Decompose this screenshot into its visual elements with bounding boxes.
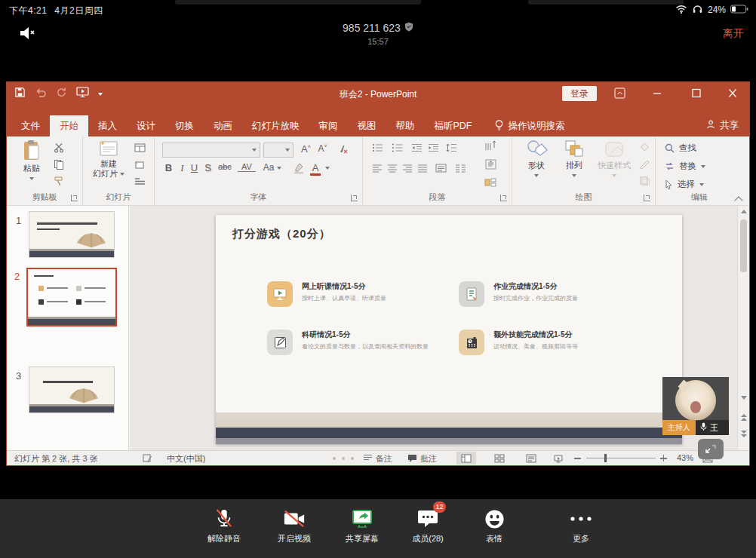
line-spacing-icon[interactable] <box>444 141 458 155</box>
align-text-icon[interactable] <box>484 158 497 171</box>
save-icon[interactable] <box>14 87 26 101</box>
italic-button[interactable]: I <box>176 162 189 174</box>
align-center-icon[interactable] <box>386 161 399 175</box>
character-spacing-button[interactable]: AV <box>238 162 256 172</box>
layout-icon[interactable] <box>133 141 146 155</box>
scrollbar-thumb[interactable] <box>740 219 747 272</box>
collapse-ribbon-icon[interactable] <box>736 196 743 201</box>
notes-label[interactable]: 备注 <box>376 453 392 464</box>
meeting-id-block[interactable]: 985 211 623 15:57 <box>0 21 756 46</box>
undo-icon[interactable] <box>35 87 47 101</box>
ppt-titlebar[interactable]: 班会2 - PowerPoint 登录 <box>7 82 749 105</box>
slide-thumbnail-3[interactable] <box>29 367 114 412</box>
tab-view[interactable]: 视图 <box>348 115 386 136</box>
close-icon[interactable] <box>727 87 739 100</box>
customize-qat-chevron-icon[interactable] <box>98 93 103 96</box>
text-shadow-button[interactable]: S <box>201 162 214 173</box>
select-button[interactable]: 选择 <box>665 179 704 190</box>
next-slide-icon[interactable] <box>741 431 747 438</box>
slide-thumbnail-1[interactable] <box>29 212 114 257</box>
clear-formatting-icon[interactable] <box>336 143 349 156</box>
columns-icon[interactable] <box>453 161 467 175</box>
tab-help[interactable]: 帮助 <box>386 115 425 136</box>
tab-file[interactable]: 文件 <box>11 115 50 136</box>
text-direction-icon[interactable] <box>484 140 497 153</box>
align-right-icon[interactable] <box>401 161 414 175</box>
format-painter-icon[interactable] <box>52 174 66 188</box>
zoom-slider-track[interactable] <box>586 458 656 458</box>
tab-foxit-pdf[interactable]: 福昕PDF <box>425 115 482 136</box>
share-button[interactable]: 共享 <box>705 119 739 132</box>
collapse-video-button[interactable] <box>698 439 724 459</box>
reset-slide-icon[interactable] <box>133 158 146 171</box>
more-button[interactable]: 更多 <box>549 507 613 544</box>
tab-transitions[interactable]: 切换 <box>165 115 204 136</box>
arrange-button[interactable]: 排列 <box>558 140 591 179</box>
normal-view-button[interactable] <box>456 452 476 464</box>
justify-icon[interactable] <box>416 161 429 175</box>
emoji-button[interactable]: 表情 <box>463 507 526 544</box>
participant-video-tile[interactable]: 主持人 王 <box>662 377 729 435</box>
tab-animations[interactable]: 动画 <box>204 115 242 136</box>
current-slide[interactable]: 打分游戏（20分） 网上听课情况1-5分 按时上课、认真早读、听课质量 <box>216 215 682 444</box>
zoom-out-icon[interactable] <box>574 458 581 459</box>
font-dialog-launcher-icon[interactable] <box>351 195 358 201</box>
decrease-indent-icon[interactable] <box>410 141 423 155</box>
change-case-button[interactable]: Aa <box>260 162 277 173</box>
tab-slideshow[interactable]: 幻灯片放映 <box>242 115 309 136</box>
new-slide-button[interactable]: 新建 幻灯片 <box>89 140 128 179</box>
tab-insert[interactable]: 插入 <box>88 115 127 136</box>
maximize-icon[interactable] <box>691 87 703 100</box>
slide-thumbnail-2-selected[interactable] <box>28 269 115 325</box>
cut-icon[interactable] <box>52 141 66 155</box>
align-left-icon[interactable] <box>370 161 384 175</box>
language-text[interactable]: 中文(中国) <box>167 453 205 464</box>
font-color-button[interactable]: A <box>310 162 321 176</box>
paste-button[interactable]: 粘贴 <box>16 140 48 182</box>
unmute-button[interactable]: 解除静音 <box>192 507 256 544</box>
vertical-scrollbar[interactable] <box>737 206 749 452</box>
start-slideshow-icon[interactable] <box>76 87 89 101</box>
underline-button[interactable]: U <box>188 162 201 173</box>
section-icon[interactable] <box>133 174 146 188</box>
zoom-slider-thumb[interactable] <box>604 454 607 462</box>
tab-review[interactable]: 审阅 <box>309 115 348 136</box>
start-video-button[interactable]: 开启视频 <box>263 507 326 544</box>
members-button[interactable]: 12 成员(28) <box>396 507 459 544</box>
zoom-level-text[interactable]: 43% <box>677 453 693 462</box>
shrink-font-button[interactable]: A˅ <box>316 143 329 154</box>
paragraph-dialog-launcher-icon[interactable] <box>500 195 507 201</box>
highlight-color-icon[interactable] <box>292 161 306 175</box>
slide-thumbnail-panel[interactable]: 1 2 <box>7 206 129 452</box>
slide-sorter-view-button[interactable] <box>490 452 509 464</box>
spell-check-icon[interactable] <box>143 454 152 464</box>
shape-fill-icon[interactable] <box>638 140 651 154</box>
redo-icon[interactable] <box>56 87 67 101</box>
slideshow-view-button[interactable] <box>549 452 568 464</box>
shape-effects-icon[interactable] <box>638 173 651 187</box>
tell-me-search[interactable]: 操作说明搜索 <box>494 115 565 136</box>
leave-meeting-button[interactable]: 离开 <box>723 27 744 41</box>
copy-icon[interactable] <box>52 158 66 171</box>
tab-design[interactable]: 设计 <box>127 115 165 136</box>
shape-outline-icon[interactable] <box>638 157 651 170</box>
comments-icon[interactable] <box>407 454 417 464</box>
reading-view-button[interactable] <box>521 452 541 464</box>
tab-home[interactable]: 开始 <box>50 115 88 136</box>
scroll-up-icon[interactable] <box>741 210 747 213</box>
numbering-icon[interactable] <box>390 141 404 155</box>
bold-button[interactable]: B <box>162 162 175 173</box>
find-button[interactable]: 查找 <box>665 143 696 154</box>
quick-styles-button[interactable]: 快速样式 <box>594 140 635 179</box>
minimize-icon[interactable] <box>652 87 664 100</box>
share-screen-button[interactable]: 共享屏幕 <box>330 507 394 544</box>
strikethrough-button[interactable]: abc <box>215 162 235 171</box>
drawing-dialog-launcher-icon[interactable] <box>644 195 650 201</box>
bullets-icon[interactable] <box>370 141 384 155</box>
shapes-button[interactable]: 形状 <box>520 140 553 179</box>
replace-button[interactable]: 替换 <box>665 161 705 172</box>
font-name-combo[interactable] <box>162 143 260 158</box>
slide-editor-canvas[interactable]: 打分游戏（20分） 网上听课情况1-5分 按时上课、认真早读、听课质量 <box>130 206 737 452</box>
login-button[interactable]: 登录 <box>562 86 597 101</box>
ribbon-display-options-icon[interactable] <box>614 87 626 100</box>
